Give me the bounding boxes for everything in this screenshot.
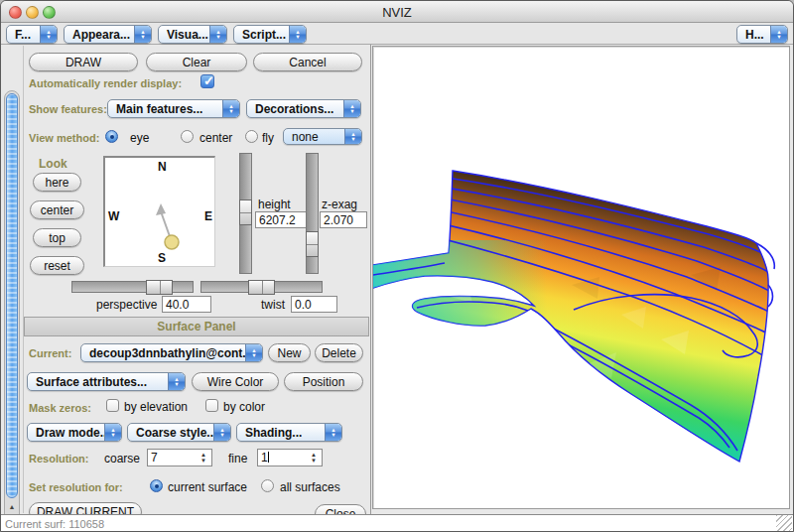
look-here-button[interactable]: here: [33, 173, 81, 192]
popup-stepper-icon: [40, 26, 57, 43]
twist-slider-track[interactable]: [200, 281, 323, 293]
view-eye-label: eye: [130, 131, 149, 145]
perspective-entry[interactable]: 40.0: [162, 296, 211, 313]
draw-current-button[interactable]: DRAW CURRENT: [29, 502, 142, 514]
compass-panel[interactable]: N S W E: [103, 156, 215, 267]
menu-visualize[interactable]: Visua...: [158, 25, 227, 44]
scrollbar-thumb[interactable]: [6, 93, 18, 498]
look-top-button[interactable]: top: [33, 228, 81, 247]
view-fly-label: fly: [262, 131, 274, 145]
coarse-style-popup-label: Coarse style...: [136, 426, 216, 440]
clear-button-label: Clear: [183, 56, 211, 69]
eye-position-handle: [165, 235, 179, 249]
resolution-fine-label: fine: [228, 452, 247, 466]
current-surface-popup[interactable]: decoup3dnnbathylin@cont...: [80, 343, 263, 362]
look-reset-button[interactable]: reset: [30, 256, 84, 275]
new-surface-label: New: [277, 346, 301, 360]
all-surfaces-option-label: all surfaces: [280, 480, 340, 494]
coarse-style-popup[interactable]: Coarse style...: [127, 423, 231, 442]
resize-grip[interactable]: [776, 515, 792, 531]
position-button[interactable]: Position: [284, 372, 363, 391]
fine-resolution-value: 1: [261, 451, 268, 465]
current-surface-popup-label: decoup3dnnbathylin@cont...: [89, 346, 252, 360]
menu-appearance-label: Appeara...: [72, 28, 130, 42]
status-text: Current surf: 110658: [1, 518, 104, 530]
view-eye-radio[interactable]: [105, 130, 118, 143]
clear-button[interactable]: Clear: [146, 53, 247, 71]
shading-popup-label: Shading...: [245, 426, 302, 440]
twist-slider-handle[interactable]: [248, 280, 275, 295]
draw-button-label: DRAW: [66, 56, 101, 69]
surface-attributes-popup-label: Surface attributes...: [36, 375, 147, 389]
menu-appearance[interactable]: Appeara...: [64, 25, 152, 44]
view-fly-radio[interactable]: [245, 130, 258, 143]
draw-button[interactable]: DRAW: [29, 53, 138, 71]
popup-stepper-icon: [245, 344, 262, 361]
compass-east-label: E: [204, 209, 212, 223]
view-center-label: center: [199, 131, 232, 145]
new-surface-button[interactable]: New: [268, 343, 311, 362]
coarse-resolution-value: 7: [151, 451, 158, 465]
menu-visualize-label: Visua...: [167, 28, 208, 42]
popup-stepper-icon: [344, 129, 361, 144]
spinner-arrows-icon[interactable]: [198, 450, 209, 466]
cancel-button[interactable]: Cancel: [253, 53, 362, 71]
perspective-label: perspective: [96, 298, 157, 312]
close-button[interactable]: Close: [315, 504, 366, 514]
mask-elevation-label: by elevation: [124, 400, 188, 414]
popup-stepper-icon: [770, 26, 787, 43]
view-method-label: View method:: [29, 132, 99, 144]
menu-scripting[interactable]: Script...: [233, 25, 307, 44]
current-surface-radio[interactable]: [150, 479, 163, 492]
lowland-tint: [373, 240, 547, 344]
height-slider-track[interactable]: [239, 153, 252, 274]
surface-attributes-popup[interactable]: Surface attributes...: [27, 372, 186, 391]
view-direction-arrow: [105, 158, 213, 265]
coarse-resolution-spinner[interactable]: 7: [147, 449, 212, 466]
wire-color-button[interactable]: Wire Color: [192, 372, 279, 391]
menu-file-label: F...: [15, 28, 31, 42]
spinner-arrows-icon[interactable]: [308, 450, 320, 466]
scrollbar-arrows-icon[interactable]: [7, 503, 17, 514]
draw-mode-popup[interactable]: Draw mode...: [27, 423, 122, 442]
zexag-slider-label: z-exag: [322, 198, 357, 211]
auto-render-checkbox[interactable]: [200, 74, 214, 88]
surface-panel-title: Surface Panel: [157, 320, 235, 333]
perspective-slider-handle[interactable]: [146, 280, 173, 295]
close-label: Close: [326, 507, 356, 514]
decorations-popup[interactable]: Decorations...: [246, 99, 361, 118]
fly-mode-popup[interactable]: none: [283, 128, 362, 145]
resolution-label: Resolution:: [29, 453, 89, 465]
decorations-popup-label: Decorations...: [255, 102, 333, 116]
look-here-label: here: [45, 176, 68, 190]
mask-color-checkbox[interactable]: [205, 399, 218, 412]
fine-resolution-spinner[interactable]: 1: [257, 449, 323, 466]
mask-elevation-checkbox[interactable]: [106, 399, 119, 412]
zexag-entry[interactable]: 2.070: [320, 211, 367, 228]
look-reset-label: reset: [44, 259, 70, 273]
nviz-window: NVIZ F... Appeara... Visua... Script... …: [0, 0, 794, 532]
popup-stepper-icon: [213, 424, 230, 441]
resolution-coarse-label: coarse: [104, 452, 140, 466]
twist-entry[interactable]: 0.0: [291, 296, 337, 313]
render-canvas[interactable]: [372, 46, 790, 509]
popup-stepper-icon: [134, 26, 151, 43]
look-top-label: top: [49, 231, 66, 245]
height-entry[interactable]: 6207.2: [255, 211, 309, 228]
menu-file[interactable]: F...: [6, 25, 58, 44]
menu-help[interactable]: H...: [736, 25, 788, 44]
popup-stepper-icon: [222, 100, 239, 117]
main-features-popup[interactable]: Main features...: [107, 99, 240, 118]
height-slider-label: height: [258, 198, 291, 211]
height-slider-handle[interactable]: [239, 200, 252, 225]
zexag-slider-track[interactable]: [306, 153, 319, 274]
shading-popup[interactable]: Shading...: [236, 423, 342, 442]
view-center-radio[interactable]: [181, 130, 194, 143]
look-center-button[interactable]: center: [30, 200, 84, 219]
zexag-slider-handle[interactable]: [306, 231, 319, 257]
panel-scrollbar[interactable]: [4, 90, 20, 514]
delete-surface-button[interactable]: Delete: [315, 343, 363, 362]
all-surfaces-radio[interactable]: [261, 479, 274, 492]
main-features-popup-label: Main features...: [116, 102, 202, 116]
perspective-slider-track[interactable]: [71, 281, 194, 293]
